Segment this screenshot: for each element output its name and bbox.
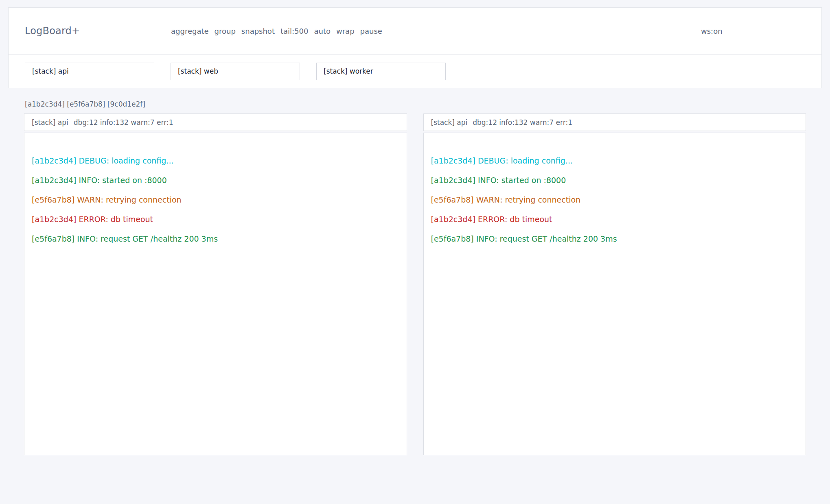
pane-header: [stack] api dbg:12 info:132 warn:7 err:1 <box>24 113 407 131</box>
log-line: [a1b2c3d4] DEBUG: loading config... <box>32 151 399 170</box>
toolbar-item-tail[interactable]: tail:500 <box>280 27 309 35</box>
stack-filter-input-worker[interactable] <box>316 63 446 80</box>
pane-level-counts: dbg:12 info:132 warn:7 err:1 <box>473 118 572 127</box>
main-content: [a1b2c3d4] [e5f6a7b8] [9c0d1e2f] [stack]… <box>24 100 806 455</box>
toolbar-item-snapshot[interactable]: snapshot <box>241 27 275 35</box>
log-line: [a1b2c3d4] ERROR: db timeout <box>32 209 399 229</box>
pane-level-counts: dbg:12 info:132 warn:7 err:1 <box>74 118 173 127</box>
ws-status-indicator: ws:on <box>701 27 805 35</box>
trace-id-breadcrumb: [a1b2c3d4] [e5f6a7b8] [9c0d1e2f] <box>25 100 805 109</box>
pane-stack-label: [stack] api <box>32 118 68 127</box>
toolbar-item-auto[interactable]: auto <box>314 27 331 35</box>
pane-header: [stack] api dbg:12 info:132 warn:7 err:1 <box>423 113 806 131</box>
stack-filter-input-web[interactable] <box>171 63 300 80</box>
log-line: [e5f6a7b8] INFO: request GET /healthz 20… <box>431 229 799 249</box>
log-pane-right: [stack] api dbg:12 info:132 warn:7 err:1… <box>423 113 806 455</box>
stack-filter-input-api[interactable] <box>25 63 154 80</box>
app-title: LogBoard+ <box>25 25 171 37</box>
log-line: [a1b2c3d4] ERROR: db timeout <box>431 209 799 229</box>
log-panes: [stack] api dbg:12 info:132 warn:7 err:1… <box>24 113 806 455</box>
toolbar: aggregate group snapshot tail:500 auto w… <box>171 27 701 35</box>
log-line: [a1b2c3d4] INFO: started on :8000 <box>431 170 799 190</box>
header-bar: LogBoard+ aggregate group snapshot tail:… <box>8 7 822 55</box>
log-pane-left: [stack] api dbg:12 info:132 warn:7 err:1… <box>24 113 407 455</box>
log-line: [a1b2c3d4] DEBUG: loading config... <box>431 151 799 170</box>
log-line: [e5f6a7b8] WARN: retrying connection <box>32 190 399 209</box>
log-line: [e5f6a7b8] WARN: retrying connection <box>431 190 799 209</box>
toolbar-item-pause[interactable]: pause <box>360 27 382 35</box>
log-line: [e5f6a7b8] INFO: request GET /healthz 20… <box>32 229 399 249</box>
toolbar-item-group[interactable]: group <box>215 27 236 35</box>
log-line: [a1b2c3d4] INFO: started on :8000 <box>32 170 399 190</box>
toolbar-item-wrap[interactable]: wrap <box>336 27 355 35</box>
log-viewport[interactable]: [a1b2c3d4] DEBUG: loading config... [a1b… <box>24 133 407 455</box>
log-viewport[interactable]: [a1b2c3d4] DEBUG: loading config... [a1b… <box>423 133 806 455</box>
filter-bar <box>8 54 822 88</box>
pane-stack-label: [stack] api <box>431 118 468 127</box>
toolbar-item-aggregate[interactable]: aggregate <box>171 27 209 35</box>
